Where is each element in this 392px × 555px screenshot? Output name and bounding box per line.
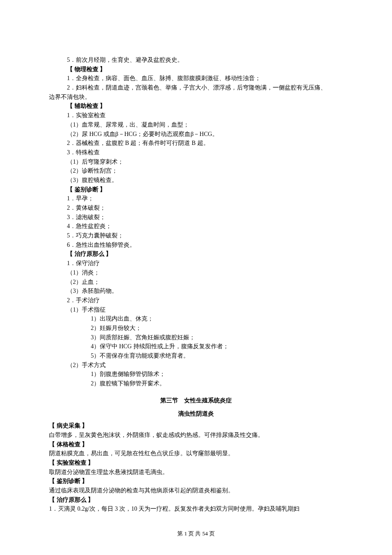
body-line: 通过临床表现及阴道分泌物的检查与其他病原体引起的阴道炎相鉴别。 (49, 486, 343, 495)
body-line: （1）手术指征 (49, 305, 343, 315)
heading-aux-exam: 【 辅助检查 】 (49, 101, 343, 111)
body-line: （3）杀胚胎药物。 (49, 286, 343, 296)
body-line: （1）血常规、尿常规，出、凝血时间，血型； (49, 120, 343, 130)
heading-lab: 【 实验室检查 】 (49, 458, 343, 468)
body-line: 6．急性出血性输卵管炎。 (49, 240, 343, 250)
body-line: 3．特殊检查 (49, 148, 343, 157)
body-line: 1．早孕； (49, 194, 343, 203)
body-line: 2．器械检查，盆腹腔 B 超；有条件时可行阴道 B 超。 (49, 139, 343, 148)
body-line: 2．黄体破裂； (49, 203, 343, 213)
body-line: 5．巧克力囊肿破裂； (49, 231, 343, 240)
body-line: 2）腹腔镜下输卵管开窗术。 (49, 379, 343, 388)
body-line: 1．灭滴灵 0.2g/次，每日 3 次，10 天为一疗程。反复发作者夫妇双方同时… (49, 504, 343, 514)
body-line: （2）止血； (49, 278, 343, 287)
body-line: 2．妇科检查，阴道血迹，宫颈着色、举痛，子宫大小、漂浮感，后穹隆饱满，一侧盆腔有… (49, 83, 343, 92)
body-line: （3）腹腔镜检查。 (49, 176, 343, 185)
section-3-title: 第三节 女性生殖系统炎症 (49, 396, 343, 405)
heading-diff-diag: 【 鉴别诊断 】 (49, 477, 343, 486)
body-line: （2）手术方式 (49, 361, 343, 370)
body-line: 1．实验室检查 (49, 111, 343, 120)
heading-treatment-principles: 【 治疗原那么 】 (49, 249, 343, 259)
heading-history: 【 病史采集 】 (49, 421, 343, 431)
body-line: 阴道粘膜充血，易出血，可见散在性红色点状丘疹。以穹窿部最明显。 (49, 449, 343, 458)
body-line-continuation: 边界不清包块。 (49, 92, 343, 102)
body-line: 4）保守中 HCG 持续阳性或上升，腹痛反复发作者； (49, 342, 343, 351)
body-line: 3．滤泡破裂； (49, 213, 343, 222)
document-page: 5．前次月经期，生育史、避孕及盆腔炎史。 【 物理检查 】 1．全身检查，病容、… (0, 0, 392, 555)
body-line: （2）诊断性刮宫； (49, 166, 343, 176)
body-line: （1）后穹隆穿刺术； (49, 157, 343, 167)
body-line: （1）消炎； (49, 268, 343, 278)
body-line: 1．保守治疗 (49, 259, 343, 268)
body-line: 5．前次月经期，生育史、避孕及盆腔炎史。 (49, 55, 343, 65)
heading-physical-exam: 【 物理检查 】 (49, 65, 343, 74)
body-line: 白带增多，呈灰黄色泡沫状，外阴瘙痒，蚁走感或灼热感。可伴排尿痛及性交痛。 (49, 431, 343, 440)
heading-treatment: 【 治疗原那么 】 (49, 495, 343, 505)
subsection-title: 滴虫性阴道炎 (49, 409, 343, 419)
body-line: 3）间质部妊娠、宫角妊娠或腹腔妊娠； (49, 333, 343, 342)
body-line: 1．全身检查，病容、面色、血压、脉搏、腹部腹膜刺激征、移动性浊音； (49, 74, 343, 83)
page-footer: 第 1 页 共 54 页 (0, 529, 392, 538)
body-line: 2．手术治疗 (49, 296, 343, 305)
body-line: （2）尿 HCG 或血β－HCG；必要时动态观察血β－HCG。 (49, 130, 343, 139)
heading-differential-diagnosis: 【 鉴别诊断 】 (49, 185, 343, 194)
body-line: 1）出现内出血、休克； (49, 314, 343, 324)
body-line: 1）剖腹患侧输卵管切除术； (49, 370, 343, 379)
heading-physical: 【 体格检查 】 (49, 440, 343, 449)
body-line: 取阴道分泌物置生理盐水悬液找阴道毛滴虫。 (49, 468, 343, 477)
body-line: 5）不需保存生育功能或要求绝育者。 (49, 351, 343, 361)
body-line: 2）妊娠月份较大； (49, 324, 343, 333)
body-line: 4．急性盆腔炎； (49, 222, 343, 231)
